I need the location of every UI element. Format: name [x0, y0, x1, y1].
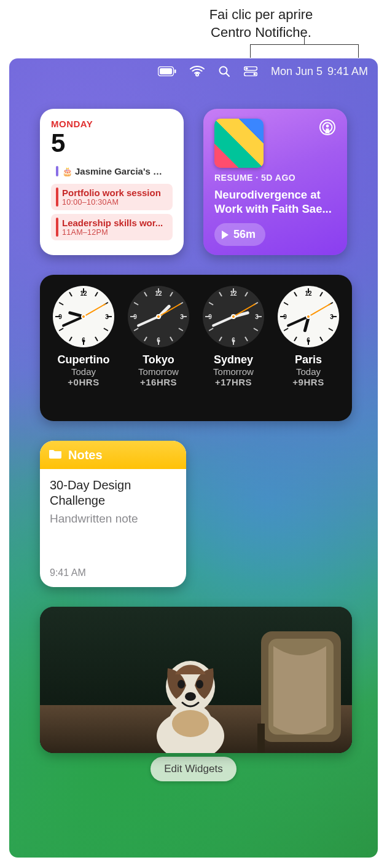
calendar-widget[interactable]: MONDAY 5 🎂Jasmine Garcia's Bi...Portfoli…: [40, 109, 184, 255]
menubar-date: Mon Jun 5: [271, 65, 322, 78]
menubar-time: 9:41 AM: [327, 65, 368, 78]
clock-offset: +0HRS: [47, 377, 120, 387]
menubar-clock[interactable]: Mon Jun 5 9:41 AM: [271, 65, 368, 78]
callout-text: Fai clic per aprire Centro Notifiche.: [166, 6, 356, 41]
calendar-daynumber: 5: [51, 130, 173, 156]
svg-point-23: [172, 710, 209, 737]
svg-point-20: [178, 680, 185, 688]
clock-face: 12369: [278, 286, 339, 347]
calendar-event[interactable]: Leadership skills wor...11AM–12PM: [51, 214, 173, 240]
clock-day: Today: [47, 366, 120, 377]
svg-line-4: [226, 74, 229, 77]
event-time: 10:00–10:30AM: [62, 198, 168, 207]
event-color-bar: [56, 218, 58, 237]
clock-cupertino[interactable]: 12369CupertinoToday+0HRS: [47, 286, 120, 387]
event-color-bar: [56, 166, 58, 176]
podcast-widget[interactable]: RESUME · 5D AGO Neurodivergence at Work …: [203, 109, 347, 255]
podcast-artwork: [214, 119, 264, 168]
svg-rect-1: [160, 68, 172, 74]
clock-city: Tokyo: [122, 353, 195, 366]
play-icon: [222, 231, 229, 239]
clock-city: Paris: [272, 353, 345, 366]
podcast-duration: 56m: [233, 228, 256, 241]
svg-point-3: [219, 67, 227, 74]
world-clock-widget[interactable]: 12369CupertinoToday+0HRS12369TokyoTomorr…: [40, 275, 352, 421]
calendar-event[interactable]: Portfolio work session10:00–10:30AM: [51, 184, 173, 210]
svg-point-11: [326, 125, 329, 128]
calendar-event[interactable]: 🎂Jasmine Garcia's Bi...: [51, 162, 173, 180]
clock-paris[interactable]: 12369ParisToday+9HRS: [272, 286, 345, 387]
clock-city: Cupertino: [47, 353, 120, 366]
notification-center-screen: Mon Jun 5 9:41 AM MONDAY 5 🎂Jasmine Garc…: [9, 58, 378, 858]
callout-line2: Centro Notifiche.: [211, 25, 311, 40]
event-title: 🎂Jasmine Garcia's Bi...: [62, 166, 168, 176]
podcast-play-button[interactable]: 56m: [214, 223, 265, 246]
photos-widget[interactable]: [40, 607, 352, 753]
wifi-icon[interactable]: [190, 66, 205, 77]
svg-point-6: [245, 68, 248, 70]
clock-pivot: [306, 314, 311, 319]
calendar-dayname: MONDAY: [51, 119, 173, 129]
podcast-title: Neurodivergence at Work with Faith Sae..…: [214, 187, 336, 216]
clock-pivot: [231, 314, 236, 319]
clock-face: 12369: [203, 286, 264, 347]
note-title: 30-Day Design Challenge: [50, 478, 176, 508]
event-color-bar: [56, 187, 58, 207]
svg-point-21: [196, 680, 203, 688]
clock-day: Tomorrow: [122, 366, 195, 377]
notes-header: Notes: [68, 448, 103, 462]
callout-bracket: [250, 44, 359, 58]
clock-sydney[interactable]: 12369SydneyTomorrow+17HRS: [197, 286, 270, 387]
menubar: Mon Jun 5 9:41 AM: [9, 58, 378, 84]
event-title: Leadership skills wor...: [62, 218, 168, 228]
svg-point-8: [253, 73, 256, 76]
clock-offset: +17HRS: [197, 377, 270, 387]
notes-widget[interactable]: Notes 30-Day Design Challenge Handwritte…: [40, 441, 186, 587]
clock-city: Sydney: [197, 353, 270, 366]
podcast-meta: RESUME · 5D AGO: [214, 173, 336, 183]
svg-point-22: [185, 692, 196, 701]
clock-offset: +16HRS: [122, 377, 195, 387]
clock-pivot: [81, 314, 86, 319]
clock-day: Today: [272, 366, 345, 377]
photo-image: [40, 607, 352, 753]
clock-face: 12369: [128, 286, 189, 347]
svg-rect-2: [174, 69, 176, 73]
event-time: 11AM–12PM: [62, 228, 168, 237]
birthday-icon: 🎂: [62, 167, 72, 176]
notes-folder-icon: [49, 448, 62, 462]
clock-tokyo[interactable]: 12369TokyoTomorrow+16HRS: [122, 286, 195, 387]
widgets-area: MONDAY 5 🎂Jasmine Garcia's Bi...Portfoli…: [9, 84, 378, 781]
clock-day: Tomorrow: [197, 366, 270, 377]
clock-pivot: [156, 314, 161, 319]
clock-face: 12369: [53, 286, 114, 347]
note-time: 9:41 AM: [50, 567, 176, 578]
battery-icon[interactable]: [158, 66, 176, 76]
control-center-icon[interactable]: [244, 66, 257, 76]
note-subtitle: Handwritten note: [50, 512, 176, 526]
clock-offset: +9HRS: [272, 377, 345, 387]
event-title: Portfolio work session: [62, 187, 168, 198]
podcasts-app-icon: [319, 119, 336, 139]
edit-widgets-button[interactable]: Edit Widgets: [150, 757, 236, 781]
spotlight-icon[interactable]: [218, 65, 230, 77]
callout-line1: Fai clic per aprire: [209, 7, 313, 22]
svg-rect-16: [257, 724, 265, 753]
